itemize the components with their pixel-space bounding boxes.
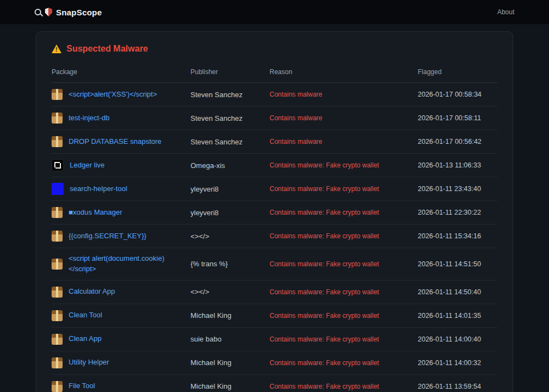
package-icon [52,310,63,321]
package-link[interactable]: search-helper-tool [70,184,127,194]
flagged-time: 2026-01-11 14:01:35 [418,312,497,320]
package-link[interactable]: Utility Helper [69,357,109,368]
package-cell: Calculator App [52,287,191,298]
flagged-time: 2026-01-13 11:06:33 [418,161,497,169]
table-row: File Tool Michael King Contains malware:… [52,375,497,392]
publisher: <></> [191,232,270,240]
package-link[interactable]: {{config.SECRET_KEY}} [69,231,147,242]
reason: Contains malware [270,138,418,145]
publisher: Michael King [191,311,270,320]
publisher: Michael King [191,359,270,367]
package-icon [52,334,63,345]
package-link[interactable]: File Tool [69,381,95,391]
package-link[interactable]: ■xodus Manager [69,208,122,218]
flagged-time: 2026-01-11 13:59:54 [418,383,497,390]
package-icon [52,89,63,100]
flagged-time: 2026-01-11 22:30:22 [418,209,497,216]
flagged-time: 2026-01-11 14:00:40 [418,335,497,343]
table-row: <script>alert('XSS')</script> Steven San… [52,83,497,107]
flagged-time: 2026-01-11 15:34:16 [418,232,497,240]
publisher: Michael King [191,382,270,390]
package-link[interactable]: DROP DATABASE snapstore [69,137,161,147]
reason: Contains malware: Fake crypto wallet [270,232,418,240]
package-cell: Clean Tool [52,310,191,321]
reason: Contains malware: Fake crypto wallet [270,383,418,390]
table-row: Clean Tool Michael King Contains malware… [52,304,497,328]
reason: Contains malware: Fake crypto wallet [270,335,418,343]
warning-icon [52,44,61,53]
package-link[interactable]: <script>alert('XSS')</script> [69,89,157,100]
suspected-malware-panel: Suspected Malware Package Publisher Reas… [36,31,513,392]
col-header-publisher: Publisher [191,68,270,76]
flagged-time: 2026-01-11 14:51:50 [418,260,497,268]
table-row: Clean App suie babo Contains malware: Fa… [52,328,497,351]
table-row: search-helper-tool yleyveri8 Contains ma… [52,177,497,201]
package-icon [52,287,63,298]
package-cell: <script>alert('XSS')</script> [52,89,191,100]
reason: Contains malware: Fake crypto wallet [270,288,418,296]
reason: Contains malware [270,91,418,98]
flagged-time: 2026-01-17 00:58:34 [418,91,497,98]
reason: Contains malware: Fake crypto wallet [270,312,418,320]
package-cell: Utility Helper [52,357,191,368]
main-content: Suspected Malware Package Publisher Reas… [0,31,549,392]
reason: Contains malware [270,114,418,122]
table-row: test-inject-db Steven Sanchez Contains m… [52,107,497,130]
col-header-flagged: Flagged [418,68,497,76]
table-body: <script>alert('XSS')</script> Steven San… [52,83,497,392]
brand[interactable]: SnapScope [35,8,102,17]
publisher: <></> [191,288,270,296]
package-cell: DROP DATABASE snapstore [52,136,191,147]
publisher: Steven Sanchez [191,91,270,99]
publisher: yleyveri8 [191,209,270,217]
package-cell: {{config.SECRET_KEY}} [52,231,191,242]
panel-title-text: Suspected Malware [66,44,148,54]
package-icon [52,381,63,392]
package-icon [52,357,63,368]
package-icon [52,113,63,124]
package-cell: Ledger live [52,159,191,171]
col-header-package: Package [52,68,191,76]
publisher: Omega-xis [191,161,270,170]
table-row: {{config.SECRET_KEY}} <></> Contains mal… [52,225,497,248]
package-cell: ■xodus Manager [52,207,191,218]
package-link[interactable]: Clean App [69,334,102,344]
brand-name: SnapScope [56,8,102,17]
reason: Contains malware: Fake crypto wallet [270,260,418,268]
table-row: Ledger live Omega-xis Contains malware: … [52,154,497,177]
shield-icon [45,8,52,16]
package-icon [52,207,63,218]
flagged-time: 2026-01-11 14:00:32 [418,359,497,367]
package-link[interactable]: test-inject-db [69,113,109,124]
flagged-time: 2026-01-11 23:43:40 [418,185,497,193]
package-link[interactable]: Ledger live [70,160,105,171]
table-row: Calculator App <></> Contains malware: F… [52,281,497,304]
package-link[interactable]: Clean Tool [69,310,102,321]
package-cell: Clean App [52,334,191,345]
magnifier-icon [35,9,41,15]
table-header: Package Publisher Reason Flagged [52,63,497,83]
blue-app-icon [52,183,64,195]
package-link[interactable]: Calculator App [69,287,115,297]
flagged-time: 2026-01-17 00:58:11 [418,114,497,122]
package-link[interactable]: <script alert(document.cookie)</script> [69,254,182,275]
package-cell: File Tool [52,381,191,392]
panel-title: Suspected Malware [52,44,497,54]
publisher: suie babo [191,335,270,343]
publisher: yleyveri8 [191,185,270,193]
reason: Contains malware: Fake crypto wallet [270,161,418,169]
flagged-time: 2026-01-11 14:50:40 [418,288,497,296]
package-cell: search-helper-tool [52,183,191,195]
publisher: Steven Sanchez [191,114,270,122]
package-icon [52,136,63,147]
about-link[interactable]: About [497,8,514,16]
table-row: DROP DATABASE snapstore Steven Sanchez C… [52,130,497,154]
table-row: <script alert(document.cookie)</script> … [52,248,497,281]
reason: Contains malware: Fake crypto wallet [270,209,418,216]
flagged-time: 2026-01-17 00:56:42 [418,138,497,145]
package-cell: <script alert(document.cookie)</script> [52,254,191,275]
col-header-reason: Reason [270,68,418,76]
publisher: Steven Sanchez [191,138,270,146]
ledger-wallet-icon [52,159,64,171]
reason: Contains malware: Fake crypto wallet [270,359,418,367]
